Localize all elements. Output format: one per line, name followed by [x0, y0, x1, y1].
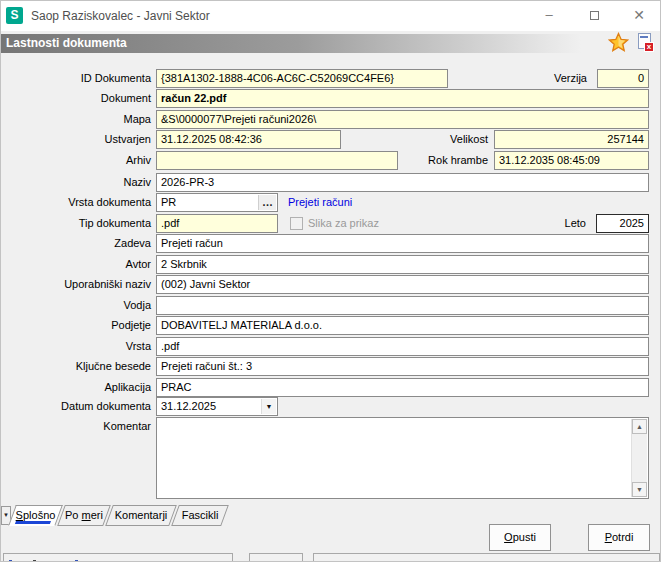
opusti-button[interactable]: Opusti	[489, 524, 551, 551]
naziv-input[interactable]: 2026-PR-3	[156, 173, 649, 192]
row-kljucne-besede: Ključne besede Prejeti računi št.: 3	[1, 357, 661, 376]
slika-za-prikaz-label: Slika za prikaz	[308, 214, 379, 233]
row-id-dokumenta: ID Dokumenta {381A1302-1888-4C06-AC6C-C5…	[1, 69, 661, 88]
maximize-icon	[590, 11, 599, 20]
tab-komentarji[interactable]: Komentarji	[105, 505, 177, 526]
vrsta-dokumenta-lookup-button[interactable]: …	[258, 195, 276, 210]
arhiv-field	[156, 151, 398, 170]
vrsta-input[interactable]: .pdf	[156, 337, 649, 356]
row-naziv: Naziv 2026-PR-3	[1, 173, 661, 192]
tab-bar: ▼ Splošno Po meri Komentarji Fascikli	[1, 504, 661, 526]
tip-dokumenta-label: Tip dokumenta	[79, 214, 151, 233]
page-title: Lastnosti dokumenta	[1, 34, 660, 53]
row-aplikacija: Aplikacija PRAC	[1, 378, 661, 397]
rok-hrambe-field: 31.12.2035 08:45:09	[494, 151, 649, 170]
delete-document-icon[interactable]: x	[637, 33, 654, 52]
verzija-field: 0	[597, 69, 649, 88]
uporabniski-naziv-label: Uporabniški naziv	[64, 275, 151, 294]
window-title: Saop Raziskovalec - Javni Sektor	[31, 1, 210, 31]
row-arhiv: Arhiv Rok hrambe 31.12.2035 08:45:09	[1, 151, 661, 170]
vrsta-dokumenta-label: Vrsta dokumenta	[68, 193, 151, 212]
vrsta-label: Vrsta	[126, 337, 151, 356]
datum-dokumenta-label: Datum dokumenta	[61, 397, 151, 416]
close-button[interactable]: ✕	[622, 1, 656, 29]
rok-hrambe-label: Rok hrambe	[428, 151, 488, 170]
datum-dropdown-icon[interactable]: ▼	[261, 399, 276, 414]
zadeva-label: Zadeva	[114, 234, 151, 253]
zadeva-input[interactable]: Prejeti račun	[156, 234, 649, 253]
scroll-down-icon[interactable]: ▼	[632, 482, 647, 497]
ustvarjen-label: Ustvarjen	[105, 130, 151, 149]
vrsta-dokumenta-input[interactable]: PR …	[156, 193, 278, 212]
background-panel-segment	[249, 553, 303, 562]
potrdi-button[interactable]: Potrdi	[588, 524, 650, 551]
podjetje-label: Podjetje	[111, 316, 151, 335]
scroll-up-icon[interactable]: ▲	[632, 419, 647, 434]
active-tab-indicator	[15, 521, 51, 524]
background-panel-segment	[313, 553, 660, 562]
podjetje-input[interactable]: DOBAVITELJ MATERIALA d.o.o.	[156, 316, 649, 335]
row-avtor: Avtor 2 Skrbnik	[1, 255, 661, 274]
document-line-icon	[640, 36, 648, 38]
row-dokument: Dokument račun 22.pdf	[1, 89, 661, 108]
document-properties-window: S Saop Raziskovalec - Javni Sektor – ✕ L…	[0, 0, 661, 562]
komentar-scrollbar[interactable]: ▲ ▼	[631, 419, 647, 497]
slika-za-prikaz-checkbox	[290, 217, 303, 230]
aplikacija-label: Aplikacija	[105, 378, 151, 397]
ustvarjen-field: 31.12.2025 08:42:36	[156, 130, 341, 149]
row-vrsta-dokumenta: Vrsta dokumenta PR … Prejeti računi	[1, 193, 661, 212]
minimize-button[interactable]: –	[532, 1, 566, 29]
mapa-field: &S\0000077\Prejeti računi2026\	[156, 110, 649, 129]
background-panel-segment	[3, 553, 233, 562]
naziv-label: Naziv	[123, 173, 151, 192]
vrsta-dokumenta-description: Prejeti računi	[288, 193, 352, 212]
row-uporabniski-naziv: Uporabniški naziv (002) Javni Sektor	[1, 275, 661, 294]
favorite-star-icon[interactable]	[608, 32, 629, 53]
red-x-badge-icon: x	[644, 42, 654, 52]
id-dokumenta-label: ID Dokumenta	[81, 69, 151, 88]
verzija-label: Verzija	[554, 69, 587, 88]
row-tip-dokumenta: Tip dokumenta .pdf Slika za prikaz Leto …	[1, 214, 661, 233]
velikost-label: Velikost	[450, 130, 488, 149]
uporabniski-naziv-input[interactable]: (002) Javni Sektor	[156, 275, 649, 294]
datum-dokumenta-combobox[interactable]: 31.12.2025 ▼	[156, 397, 278, 416]
row-ustvarjen: Ustvarjen 31.12.2025 08:42:36 Velikost 2…	[1, 130, 661, 149]
vodja-input[interactable]	[156, 296, 649, 315]
kljucne-besede-input[interactable]: Prejeti računi št.: 3	[156, 357, 649, 376]
velikost-field: 257144	[494, 130, 649, 149]
avtor-input[interactable]: 2 Skrbnik	[156, 255, 649, 274]
avtor-label: Avtor	[126, 255, 151, 274]
row-datum-dokumenta: Datum dokumenta 31.12.2025 ▼	[1, 397, 661, 416]
title-bar: S Saop Raziskovalec - Javni Sektor – ✕	[1, 1, 660, 31]
komentar-textarea[interactable]: ▲ ▼	[156, 417, 649, 499]
row-mapa: Mapa &S\0000077\Prejeti računi2026\	[1, 110, 661, 129]
tab-po-meri[interactable]: Po meri	[57, 505, 111, 526]
mapa-label: Mapa	[123, 110, 151, 129]
id-dokumenta-field: {381A1302-1888-4C06-AC6C-C52069CC4FE6}	[156, 69, 448, 88]
tab-splosno[interactable]: Splošno	[8, 505, 63, 526]
row-zadeva: Zadeva Prejeti račun	[1, 234, 661, 253]
arhiv-label: Arhiv	[126, 151, 151, 170]
row-vodja: Vodja	[1, 296, 661, 315]
kljucne-besede-label: Ključne besede	[76, 357, 151, 376]
tab-fascikli[interactable]: Fascikli	[171, 505, 229, 526]
komentar-label: Komentar	[103, 417, 151, 436]
leto-input[interactable]: 2025	[596, 214, 649, 233]
aplikacija-input[interactable]: PRAC	[156, 378, 649, 397]
maximize-button[interactable]	[577, 1, 611, 29]
saop-logo-icon: S	[6, 7, 23, 24]
dokument-label: Dokument	[101, 89, 151, 108]
tip-dokumenta-field: .pdf	[156, 214, 278, 233]
leto-label: Leto	[565, 214, 586, 233]
row-vrsta: Vrsta .pdf	[1, 337, 661, 356]
row-podjetje: Podjetje DOBAVITELJ MATERIALA d.o.o.	[1, 316, 661, 335]
dokument-field: račun 22.pdf	[156, 89, 649, 108]
vodja-label: Vodja	[123, 296, 151, 315]
